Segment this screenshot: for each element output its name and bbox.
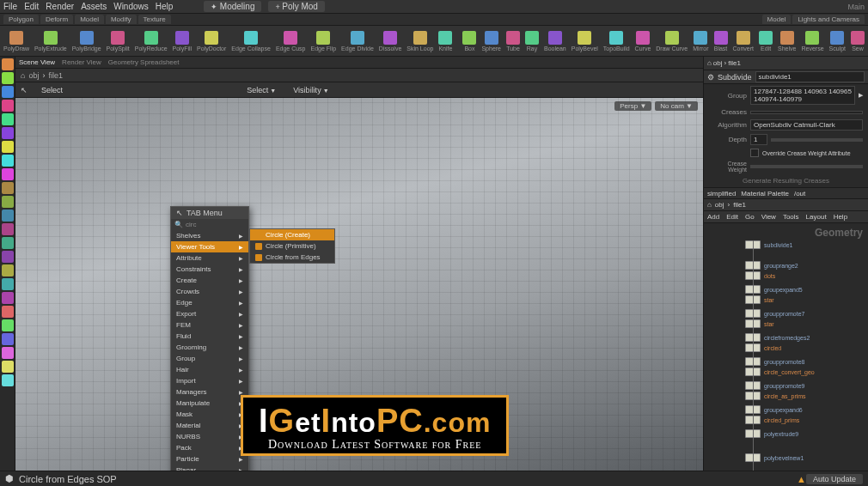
shelf-tool[interactable]: Ray (525, 31, 539, 52)
submenu-circle-from-edges[interactable]: Circle from Edges (250, 252, 334, 263)
select-mode[interactable]: Select▼ (243, 85, 279, 95)
node-name-field[interactable]: subdivide1 (755, 71, 865, 82)
chevron-icon[interactable]: ▶ (859, 92, 863, 99)
breadcrumb-obj[interactable]: obj (28, 71, 39, 80)
left-tool[interactable] (2, 237, 14, 249)
tab-menu-item[interactable]: Shelves▶ (171, 230, 248, 241)
network-node[interactable]: circled (745, 343, 781, 352)
tab-menu-item[interactable]: Attribute▶ (171, 252, 248, 264)
shelf-tool[interactable]: Dissolve (379, 31, 401, 52)
shelf-tool[interactable]: Sew (851, 31, 865, 52)
left-tool[interactable] (2, 182, 14, 194)
shelf-tool[interactable]: TopoBuild (603, 31, 630, 52)
persp-toggle[interactable]: Persp ▼ (614, 101, 651, 111)
left-tool[interactable] (2, 278, 14, 290)
tab-menu-item[interactable]: Import▶ (171, 375, 248, 386)
left-tool[interactable] (2, 264, 14, 276)
network-tab[interactable]: Material Palette (741, 190, 789, 197)
network-node[interactable]: grouppromote9 (745, 381, 804, 390)
tab-menu-item[interactable]: Viewer Tools▶ (171, 241, 248, 252)
breadcrumb[interactable]: obj (713, 59, 723, 67)
shelf-tab[interactable]: Deform (40, 15, 73, 24)
shelf-tool[interactable]: Sculpt (829, 31, 846, 52)
tab-menu-item[interactable]: NURBS▶ (171, 431, 248, 442)
left-tool[interactable] (2, 319, 14, 331)
shelf-tool[interactable]: Edge Divide (341, 31, 374, 52)
tab-menu-item[interactable]: Particle▶ (171, 453, 248, 465)
shelf-tool[interactable]: Tube (506, 31, 520, 52)
network-node[interactable]: polybevelnew1 (745, 453, 804, 462)
left-tool[interactable] (2, 292, 14, 304)
menu-assets[interactable]: Assets (81, 2, 107, 11)
left-tool[interactable] (2, 168, 14, 180)
algorithm-select[interactable]: OpenSubdiv Catmull-Clark (750, 119, 863, 131)
left-tool[interactable] (2, 374, 14, 386)
gear-icon[interactable]: ⚙ (707, 73, 714, 82)
tab-menu-item[interactable]: Constraints▶ (171, 264, 248, 275)
network-node[interactable]: circlefromedges2 (745, 333, 810, 342)
shelf-tool[interactable]: Sphere (481, 31, 501, 52)
network-editor[interactable]: Geometry subdivide1grouprange2dotsgroupe… (704, 223, 868, 471)
tab-menu-item[interactable]: Edge▶ (171, 297, 248, 308)
tab-menu-item[interactable]: FEM▶ (171, 319, 248, 331)
menu-file[interactable]: File (3, 2, 17, 11)
left-tool[interactable] (2, 333, 14, 345)
shelf-tool[interactable]: Skin Loop (406, 31, 433, 52)
shelf-tool[interactable]: PolySplit (107, 31, 130, 52)
network-node[interactable]: grouppromote8 (745, 357, 804, 366)
left-tool[interactable] (2, 113, 14, 125)
desktop-tab-polymod[interactable]: + Poly Mod (268, 1, 324, 12)
depth-field[interactable]: 1 (750, 134, 767, 145)
home-icon[interactable]: ⌂ (707, 201, 712, 209)
left-tool[interactable] (2, 155, 14, 167)
left-tool[interactable] (2, 361, 14, 373)
shelf-tool[interactable]: Edge Flip (311, 31, 337, 52)
tab-menu-item[interactable]: Hair▶ (171, 364, 248, 375)
shelf-tab[interactable]: Polygon (3, 15, 39, 24)
left-tool[interactable] (2, 100, 14, 112)
shelf-tool[interactable]: PolyBridge (72, 31, 101, 52)
shelf-tool[interactable]: Boolean (544, 31, 566, 52)
network-menu-item[interactable]: Layout (806, 213, 827, 221)
submenu-circle-primitive[interactable]: Circle (Primitive) (250, 240, 334, 252)
left-tool[interactable] (2, 306, 14, 318)
shelf-tool[interactable]: PolyDraw (3, 31, 29, 52)
shelf-tool[interactable]: PolyReduce (135, 31, 168, 52)
shelf-tool[interactable]: Box (462, 31, 476, 52)
menu-windows[interactable]: Windows (113, 2, 149, 11)
left-tool[interactable] (2, 72, 14, 84)
creases-field[interactable] (750, 111, 863, 114)
desktop-tab-modeling[interactable]: ✦ Modeling (204, 1, 261, 12)
tab-menu-item[interactable]: Mask▶ (171, 409, 248, 420)
network-tab[interactable]: simplified (707, 190, 736, 197)
network-menu-item[interactable]: Help (834, 213, 847, 221)
tab-menu-item[interactable]: Managers▶ (171, 386, 248, 398)
tab-menu-item[interactable]: Pack▶ (171, 442, 248, 453)
tab-menu-item[interactable]: Group▶ (171, 353, 248, 364)
override-checkbox[interactable] (750, 149, 759, 157)
shelf-tool[interactable]: Shelve (778, 31, 796, 52)
tab-menu-item[interactable]: Grooming▶ (171, 342, 248, 353)
tab-menu-item[interactable]: Manipulate▶ (171, 398, 248, 409)
cursor-icon[interactable]: ↖ (21, 86, 28, 94)
shelf-tool[interactable]: PolyFill (173, 31, 193, 52)
shelf-tool[interactable]: Blast (714, 31, 728, 52)
network-menu-item[interactable]: Edit (726, 213, 738, 221)
left-tool[interactable] (2, 58, 14, 70)
left-tool[interactable] (2, 141, 14, 153)
network-menu-item[interactable]: Tools (783, 213, 799, 221)
network-node[interactable]: star (745, 319, 774, 328)
tab-menu-item[interactable]: Crowds▶ (171, 286, 248, 297)
left-tool[interactable] (2, 210, 14, 222)
shelf-tool[interactable]: Edge Collapse (231, 31, 271, 52)
shelf-tool[interactable]: Mirror (693, 31, 708, 52)
menu-render[interactable]: Render (46, 2, 74, 11)
network-node[interactable]: groupexpand5 (745, 285, 803, 294)
select-button[interactable]: Select (38, 85, 66, 95)
pane-tab-spreadsheet[interactable]: Geometry Spreadsheet (108, 58, 180, 66)
crease-slider[interactable] (750, 165, 863, 168)
tab-menu-item[interactable]: Planar▶ (171, 465, 248, 471)
network-node[interactable]: grouppromote7 (745, 309, 804, 318)
tab-menu-item[interactable]: Material▶ (171, 420, 248, 431)
menu-edit[interactable]: Edit (24, 2, 39, 11)
